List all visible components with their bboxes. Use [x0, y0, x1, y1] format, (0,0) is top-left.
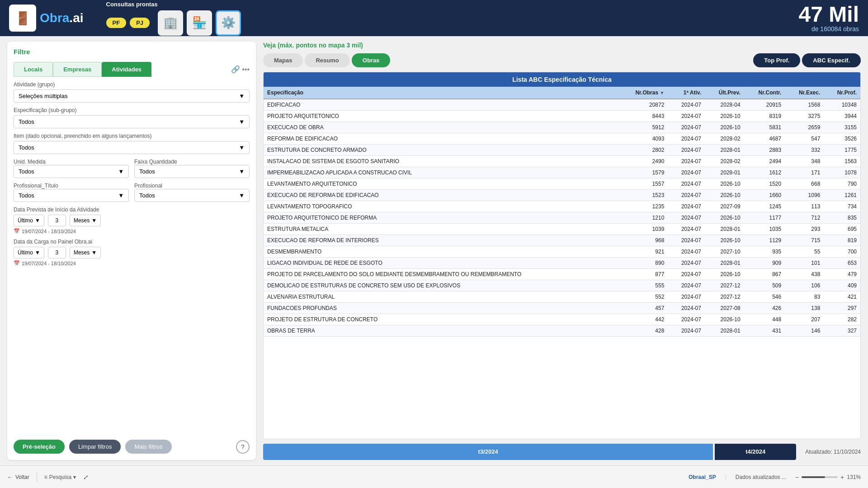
table-row[interactable]: LEVANTAMENTO ARQUITETONICO 1557 2024-07 …: [264, 178, 860, 190]
tab-resumo[interactable]: Resumo: [305, 53, 349, 67]
table-row[interactable]: ESTRUTURA DE CONCRETO ARMADO 2802 2024-0…: [264, 145, 860, 156]
footer-back-button[interactable]: ← Voltar: [7, 474, 29, 480]
prof-row: Profissional_Título Todos ▼ Profissional…: [14, 183, 250, 202]
cell-nr-prof: 734: [824, 201, 860, 212]
cell-especificacao: PROJETO ARQUITETONICO DE REFORMA: [264, 212, 619, 224]
btn-pf[interactable]: PF: [106, 18, 127, 28]
cell-nrobras: 555: [619, 280, 668, 291]
cell-prim-ativ: 2024-07: [668, 246, 705, 258]
cell-nrobras: 2490: [619, 156, 668, 167]
cell-ult-prev: 2027-09: [705, 201, 744, 212]
col-especificacao[interactable]: Especificação: [264, 87, 619, 99]
col-nr-prof[interactable]: Nr.Prof.: [824, 87, 860, 99]
timeline-q4[interactable]: t4/2024: [715, 444, 796, 460]
timeline-q3[interactable]: t3/2024: [263, 444, 713, 460]
btn-preselecao[interactable]: Pré-seleção: [14, 440, 65, 454]
footer-left: ← Voltar ≡ Pesquisa ▾ ⤢: [7, 473, 89, 482]
btn-pj[interactable]: PJ: [130, 18, 150, 28]
zoom-slider[interactable]: [802, 476, 838, 478]
cell-prim-ativ: 2024-07: [668, 178, 705, 190]
table-row[interactable]: LIGACAO INDIVIDUAL DE REDE DE ESGOTO 890…: [264, 258, 860, 269]
atividade-grupo-select[interactable]: Seleções múltiplas ▼: [14, 89, 250, 103]
profissional-label: Profissional: [134, 183, 250, 189]
prof-titulo-select[interactable]: Todos ▼: [14, 189, 129, 202]
table-row[interactable]: DESMEMBRAMENTO 921 2024-07 2027-10 935 5…: [264, 246, 860, 258]
cell-ult-prev: 2028-04: [705, 99, 744, 111]
dc-number-input[interactable]: 3: [48, 247, 66, 258]
more-icon[interactable]: •••: [242, 66, 250, 74]
atividade-grupo-section: Atividade (grupo) Seleções múltiplas ▼: [14, 81, 250, 103]
cell-nr-exec: 106: [785, 280, 824, 291]
zoom-plus-button[interactable]: +: [840, 474, 844, 481]
table-row[interactable]: INSTALACAO DE SISTEMA DE ESGOTO SANITARI…: [264, 156, 860, 167]
table-row[interactable]: PROJETO ARQUITETONICO DE REFORMA 1210 20…: [264, 212, 860, 224]
settings-icon[interactable]: 🔗: [231, 65, 240, 74]
dp-period-type-select[interactable]: Último ▼: [14, 215, 44, 226]
table-row[interactable]: EDIFICACAO 20872 2024-07 2028-04 20915 1…: [264, 99, 860, 111]
btn-mais-filtros[interactable]: Mais filtros: [125, 440, 171, 454]
tab-atividades[interactable]: Atividades: [102, 62, 151, 77]
cell-ult-prev: 2028-02: [705, 156, 744, 167]
table-row[interactable]: EXECUCAO DE REFORMA DE INTERIORES 968 20…: [264, 235, 860, 246]
table-row[interactable]: LEVANTAMENTO TOPOGRAFICO 1235 2024-07 20…: [264, 201, 860, 212]
cell-nr-exec: 547: [785, 133, 824, 145]
zoom-minus-button[interactable]: −: [795, 474, 799, 481]
footer-pipe: |: [725, 474, 726, 480]
cell-especificacao: EXECUCAO DE REFORMA DE EDIFICACAO: [264, 190, 619, 201]
cell-ult-prev: 2028-02: [705, 133, 744, 145]
btn-limpar[interactable]: Limpar filtros: [69, 440, 121, 454]
col-prim-ativ[interactable]: 1ª Ativ.: [668, 87, 705, 99]
cell-nr-prof: 1078: [824, 167, 860, 178]
cell-nrobras: 1210: [619, 212, 668, 224]
header-icon-store[interactable]: 🏪: [187, 10, 212, 36]
col-nr-contr[interactable]: Nr.Contr.: [744, 87, 785, 99]
table-row[interactable]: REFORMA DE EDIFICACAO 4093 2024-07 2028-…: [264, 133, 860, 145]
col-nrobras[interactable]: Nr.Obras ▼: [619, 87, 668, 99]
profissional-select[interactable]: Todos ▼: [134, 189, 250, 202]
table-row[interactable]: ALVENARIA ESTRUTURAL 552 2024-07 2027-12…: [264, 291, 860, 303]
col-nr-exec[interactable]: Nr.Exec.: [785, 87, 824, 99]
unid-medida-select[interactable]: Todos ▼: [14, 165, 129, 178]
tab-empresas[interactable]: Empresas: [53, 62, 102, 77]
dc-period-type-select[interactable]: Último ▼: [14, 247, 44, 258]
dc-unit-select[interactable]: Meses ▼: [70, 247, 101, 258]
btn-top-prof[interactable]: Top Prof.: [753, 53, 800, 67]
table-row[interactable]: PROJETO DE ESTRUTURA DE CONCRETO 442 202…: [264, 314, 860, 325]
tab-obras[interactable]: Obras: [352, 53, 391, 67]
dp-unit-select[interactable]: Meses ▼: [70, 215, 101, 226]
btn-abc-especif[interactable]: ABC Especif.: [802, 53, 861, 67]
tab-locais[interactable]: Locais: [14, 62, 53, 77]
col-ult-prev[interactable]: Últ.Prev.: [705, 87, 744, 99]
cell-nr-exec: 3275: [785, 111, 824, 122]
cell-prim-ativ: 2024-07: [668, 291, 705, 303]
cell-prim-ativ: 2024-07: [668, 111, 705, 122]
help-button[interactable]: ?: [236, 440, 250, 454]
table-row[interactable]: PROJETO DE PARCELAMENTO DO SOLO MEDIANTE…: [264, 269, 860, 280]
table-row[interactable]: OBRAS DE TERRA 428 2024-07 2028-01 431 1…: [264, 325, 860, 337]
table-row[interactable]: IMPERMEABILIZACAO APLICADA A CONSTRUCAO …: [264, 167, 860, 178]
table-row[interactable]: PROJETO ARQUITETONICO 8443 2024-07 2026-…: [264, 111, 860, 122]
tab-mapas[interactable]: Mapas: [263, 53, 303, 67]
cell-nr-contr: 1612: [744, 167, 785, 178]
cell-especificacao: LIGACAO INDIVIDUAL DE REDE DE ESGOTO: [264, 258, 619, 269]
table-row[interactable]: EXECUCAO DE REFORMA DE EDIFICACAO 1523 2…: [264, 190, 860, 201]
footer-expand-button[interactable]: ⤢: [83, 474, 89, 481]
table-row[interactable]: ESTRUTURA METALICA 1039 2024-07 2028-01 …: [264, 224, 860, 235]
table-row[interactable]: DEMOLICAO DE ESTRUTURAS DE CONCRETO SEM …: [264, 280, 860, 291]
faixa-qtd-select[interactable]: Todos ▼: [134, 165, 250, 178]
footer-pesquisa-button[interactable]: ≡ Pesquisa ▾: [44, 474, 76, 480]
especificacao-select[interactable]: Todos ▼: [14, 115, 250, 128]
dp-number-input[interactable]: 3: [48, 215, 66, 226]
table-row[interactable]: FUNDACOES PROFUNDAS 457 2024-07 2027-08 …: [264, 303, 860, 314]
cell-nr-prof: 1261: [824, 190, 860, 201]
item-select[interactable]: Todos ▼: [14, 141, 250, 154]
cell-ult-prev: 2026-10: [705, 190, 744, 201]
cell-prim-ativ: 2024-07: [668, 99, 705, 111]
cell-especificacao: PROJETO ARQUITETONICO: [264, 111, 619, 122]
header-icon-building[interactable]: 🏢: [158, 10, 183, 36]
table-row[interactable]: EXECUCAO DE OBRA 5912 2024-07 2026-10 58…: [264, 122, 860, 133]
faixa-qtd-section: Faixa Quantidade Todos ▼: [134, 159, 250, 178]
cell-prim-ativ: 2024-07: [668, 190, 705, 201]
cell-especificacao: PROJETO DE PARCELAMENTO DO SOLO MEDIANTE…: [264, 269, 619, 280]
header-icon-gear[interactable]: ⚙️: [216, 10, 241, 36]
